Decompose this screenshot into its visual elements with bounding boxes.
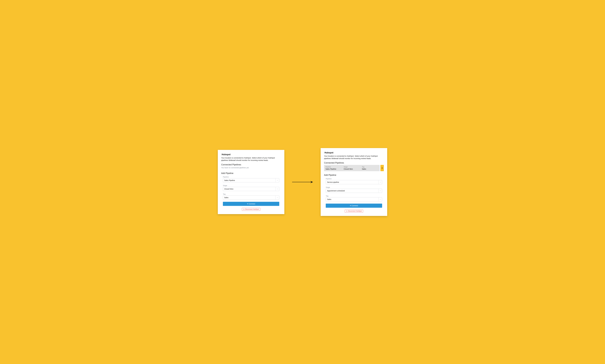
field-pipeline: Pipeline Service pipeline <box>326 178 382 184</box>
chevron-down-icon <box>276 195 279 199</box>
chevron-down-icon <box>378 197 382 201</box>
pipeline-label: Pipeline <box>223 176 279 178</box>
tag-select-value: Sales <box>223 196 276 198</box>
card-title: Hubspot <box>325 151 384 154</box>
connect-button[interactable]: + Connect <box>326 204 382 208</box>
delete-pipeline-button[interactable] <box>381 165 384 171</box>
plus-icon: + <box>350 205 351 207</box>
svg-line-1 <box>244 209 244 210</box>
add-pipeline-form: Pipeline Service pipeline Stage Appointm… <box>324 178 384 213</box>
pipeline-column: Pipeline Sales Pipeline <box>326 166 344 170</box>
stage-select[interactable]: Closed Won <box>223 187 279 191</box>
tag-label: Tag <box>223 193 279 195</box>
connected-pipeline-row: Pipeline Sales Pipeline Stage Closed Won… <box>324 165 384 171</box>
trash-icon <box>381 167 383 169</box>
card-description: Your location is connected to HubSpot. S… <box>221 157 281 161</box>
pipeline-select-value: Sales Pipeline <box>223 179 276 181</box>
tag-label: Tag <box>326 195 382 197</box>
field-stage: Stage Closed Won <box>223 185 279 191</box>
stage: Hubspot Your location is connected to Hu… <box>212 148 393 216</box>
cancel-icon <box>243 209 245 210</box>
pipeline-select-value: Service pipeline <box>326 181 378 183</box>
field-tag: Tag Sales <box>223 193 279 200</box>
stage-select-value: Appointment scheduled <box>326 190 378 192</box>
disconnect-button-label: Disconnect HubSpot <box>348 210 362 212</box>
hubspot-config-card-after: Hubspot Your location is connected to Hu… <box>321 148 387 216</box>
tag-column: Tag Sales <box>362 166 378 170</box>
disconnect-button[interactable]: Disconnect HubSpot <box>345 210 363 213</box>
tag-select-value: Sales <box>326 198 378 200</box>
chevron-down-icon <box>276 187 279 191</box>
stage-label: Stage <box>223 185 279 186</box>
cancel-icon <box>346 210 347 212</box>
pipeline-select[interactable]: Sales Pipeline <box>223 178 279 182</box>
pipeline-column-value: Sales Pipeline <box>326 168 344 170</box>
disconnect-button[interactable]: Disconnect HubSpot <box>242 208 260 211</box>
tag-select[interactable]: Sales <box>326 197 382 201</box>
field-pipeline: Pipeline Sales Pipeline <box>223 176 279 182</box>
stage-column: Stage Closed Won <box>344 166 362 170</box>
tag-column-value: Sales <box>362 168 378 170</box>
pipeline-select[interactable]: Service pipeline <box>326 180 382 184</box>
connect-button-label: Connect <box>249 203 255 205</box>
pipeline-column-header: Pipeline <box>326 166 344 168</box>
add-pipeline-heading: Add Pipeline <box>324 174 384 176</box>
connected-pipelines-empty: You have no connected pipelines yet. <box>221 167 281 169</box>
chevron-down-icon <box>276 178 279 182</box>
connected-pipelines-heading: Connected Pipelines <box>324 162 384 164</box>
stage-select-value: Closed Won <box>223 188 276 190</box>
svg-line-5 <box>346 211 347 211</box>
add-pipeline-heading: Add Pipeline <box>221 172 281 175</box>
connect-button-label: Connect <box>352 205 358 207</box>
stage-label: Stage <box>326 186 382 188</box>
svg-marker-3 <box>311 181 313 183</box>
stage-select[interactable]: Appointment scheduled <box>326 189 382 193</box>
tag-column-header: Tag <box>362 166 378 168</box>
disconnect-button-label: Disconnect HubSpot <box>245 208 259 210</box>
stage-column-value: Closed Won <box>344 168 362 170</box>
disconnect-row: Disconnect HubSpot <box>223 208 279 211</box>
chevron-down-icon <box>378 189 382 193</box>
field-tag: Tag Sales <box>326 195 382 201</box>
tag-select[interactable]: Sales <box>223 195 279 200</box>
add-pipeline-form: Pipeline Sales Pipeline Stage Closed Won <box>221 176 281 211</box>
stage-column-header: Stage <box>344 166 362 168</box>
pipeline-label: Pipeline <box>326 178 382 180</box>
disconnect-row: Disconnect HubSpot <box>326 210 382 213</box>
field-stage: Stage Appointment scheduled <box>326 186 382 193</box>
plus-icon: + <box>247 203 248 205</box>
chevron-down-icon <box>378 180 382 184</box>
connect-button[interactable]: + Connect <box>223 202 279 206</box>
hubspot-config-card-before: Hubspot Your location is connected to Hu… <box>218 150 284 214</box>
card-title: Hubspot <box>222 153 281 156</box>
card-description: Your location is connected to HubSpot. S… <box>324 155 384 160</box>
connected-pipeline-item: Pipeline Sales Pipeline Stage Closed Won… <box>324 165 380 171</box>
transition-arrow <box>292 180 313 184</box>
connected-pipelines-heading: Connected Pipelines <box>221 163 281 166</box>
